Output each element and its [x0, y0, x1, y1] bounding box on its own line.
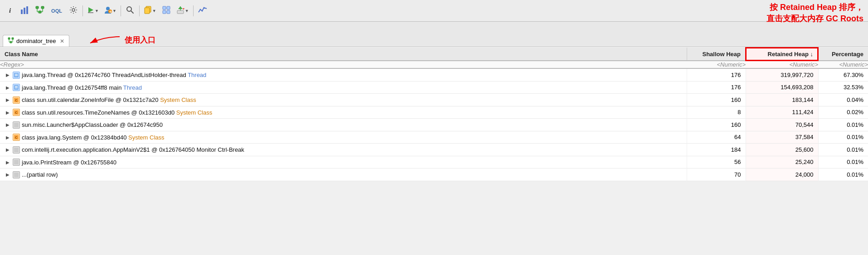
retained-heap-value: 25,240: [746, 156, 818, 168]
filter-retained[interactable]: <Numeric>: [746, 61, 818, 68]
row-indent-0: ▶java.lang.Thread @ 0x12674c760 ThreadAn…: [5, 72, 206, 79]
object-icon: [13, 159, 20, 166]
svg-rect-49: [14, 123, 19, 127]
person-dropdown-arrow: ▼: [112, 9, 116, 13]
svg-rect-31: [8, 38, 10, 39]
svg-point-10: [72, 9, 75, 11]
row-indent-4: ▶sun.misc.Launcher$AppClassLoader @ 0x12…: [5, 121, 163, 129]
svg-rect-23: [167, 10, 170, 14]
table-row[interactable]: ▶com.intellij.rt.execution.application.A…: [0, 144, 868, 156]
svg-rect-54: [14, 173, 19, 177]
bar-chart-button[interactable]: [18, 4, 32, 18]
table-row[interactable]: ▶java.lang.Thread @ 0x12674c760 ThreadAn…: [0, 68, 868, 81]
chart2-button[interactable]: [195, 4, 210, 18]
entry-annotation: 使用入口: [86, 33, 155, 47]
toolbar-group-left: i: [3, 4, 210, 18]
percentage-value: 0.01%: [818, 144, 868, 156]
percentage-value: 0.01%: [818, 131, 868, 144]
retained-heap-value: 25,600: [746, 144, 818, 156]
col-header-class[interactable]: Class Name: [0, 48, 687, 61]
svg-point-29: [201, 10, 203, 11]
retained-heap-value: 111,424: [746, 106, 818, 119]
bar-chart-icon: [20, 6, 29, 16]
row-indent-5: ▶Cclass java.lang.System @ 0x12384bd40 S…: [5, 134, 165, 141]
shallow-heap-value: 56: [687, 156, 746, 168]
table-row[interactable]: ▶java.lang.Thread @ 0x126754ff8 main Thr…: [0, 81, 868, 94]
table-row[interactable]: ▶Cclass java.lang.System @ 0x12384bd40 S…: [0, 131, 868, 144]
export-dropdown-arrow: ▼: [185, 9, 189, 13]
retained-heap-value: 24,000: [746, 168, 818, 181]
oql-icon: OQL: [51, 8, 62, 14]
grid-icon: [162, 6, 170, 16]
search-button[interactable]: [123, 4, 137, 18]
thread-icon: [13, 84, 20, 91]
class-name-text: com.intellij.rt.execution.application.Ap…: [22, 146, 244, 153]
expand-button[interactable]: ▶: [5, 147, 11, 153]
expand-button[interactable]: ▶: [5, 159, 11, 165]
red-arrow-icon: [86, 33, 122, 47]
person-icon: ⚙: [104, 6, 112, 15]
svg-point-28: [199, 9, 201, 10]
person-dropdown-button[interactable]: ⚙ ▼: [102, 4, 119, 18]
oql-button[interactable]: OQL: [48, 4, 66, 18]
expand-button[interactable]: ▶: [5, 134, 11, 140]
svg-text:C: C: [15, 135, 18, 140]
expand-button[interactable]: ▶: [5, 72, 11, 78]
sep3: [139, 5, 140, 16]
table-row[interactable]: ▶java.io.PrintStream @ 0x1267558405625,2…: [0, 156, 868, 168]
filter-class[interactable]: <Regex>: [0, 61, 687, 68]
svg-rect-21: [167, 6, 170, 10]
shallow-heap-value: 160: [687, 119, 746, 131]
retained-heap-value: 37,584: [746, 131, 818, 144]
settings-button[interactable]: [66, 4, 81, 18]
svg-marker-11: [88, 7, 93, 13]
table-row[interactable]: ▶Cclass sun.util.resources.TimeZoneNames…: [0, 106, 868, 119]
svg-text:C: C: [15, 111, 18, 115]
retained-heap-value: 183,144: [746, 94, 818, 106]
row-indent-8: ▶...(partial row): [5, 171, 58, 178]
expand-button[interactable]: ▶: [5, 97, 11, 103]
svg-rect-0: [21, 10, 23, 14]
table-row[interactable]: ▶sun.misc.Launcher$AppClassLoader @ 0x12…: [0, 119, 868, 131]
info-button[interactable]: i: [3, 4, 17, 18]
class-icon: C: [13, 134, 20, 141]
col-header-shallow[interactable]: Shallow Heap: [687, 48, 746, 61]
percentage-value: 0.01%: [818, 156, 868, 168]
table-row[interactable]: ▶Cclass sun.util.calendar.ZoneInfoFile @…: [0, 94, 868, 106]
svg-rect-4: [41, 6, 44, 9]
svg-rect-22: [163, 10, 166, 14]
svg-rect-2: [26, 6, 28, 14]
table-row[interactable]: ▶...(partial row)7024,0000.01%: [0, 168, 868, 181]
shallow-heap-value: 8: [687, 106, 746, 119]
class-name-text: class java.lang.System @ 0x12384bd40 Sys…: [22, 134, 165, 141]
object-icon: [13, 146, 20, 154]
run-dropdown-button[interactable]: ▼: [85, 4, 101, 18]
class-name-text: java.lang.Thread @ 0x12674c760 ThreadAnd…: [22, 72, 206, 78]
annotation-line2: 直击支配大内存 GC Roots: [766, 13, 863, 24]
copy-dropdown-arrow: ▼: [152, 9, 156, 13]
tab-close-button[interactable]: ✕: [60, 38, 64, 44]
dominator-tree-tab[interactable]: dominator_tree ✕: [3, 35, 69, 47]
annotation-line1: 按 Retained Heap 排序，: [766, 2, 863, 13]
expand-button[interactable]: ▶: [5, 172, 11, 178]
svg-marker-27: [183, 8, 184, 10]
filter-shallow[interactable]: <Numeric>: [687, 61, 746, 68]
retained-heap-value: 319,997,720: [746, 68, 818, 81]
run-icon: [87, 6, 94, 15]
svg-rect-12: [88, 12, 93, 13]
svg-rect-53: [14, 160, 19, 164]
expand-button[interactable]: ▶: [5, 109, 11, 115]
copy-dropdown-button[interactable]: ▼: [141, 4, 159, 18]
grid-button[interactable]: [159, 4, 174, 18]
run-dropdown-arrow: ▼: [95, 9, 99, 13]
filter-pct[interactable]: <Numeric>: [818, 61, 868, 68]
expand-button[interactable]: ▶: [5, 122, 11, 128]
sep2: [121, 5, 121, 16]
percentage-value: 32.53%: [818, 81, 868, 94]
col-header-retained[interactable]: Retained Heap ↓: [746, 48, 818, 61]
col-header-pct[interactable]: Percentage: [818, 48, 868, 61]
export-dropdown-button[interactable]: ▼: [174, 4, 191, 18]
expand-button[interactable]: ▶: [5, 84, 11, 91]
dominator-tree-table: Class Name Shallow Heap Retained Heap ↓ …: [0, 47, 868, 181]
hierarchy-button[interactable]: [33, 4, 47, 18]
